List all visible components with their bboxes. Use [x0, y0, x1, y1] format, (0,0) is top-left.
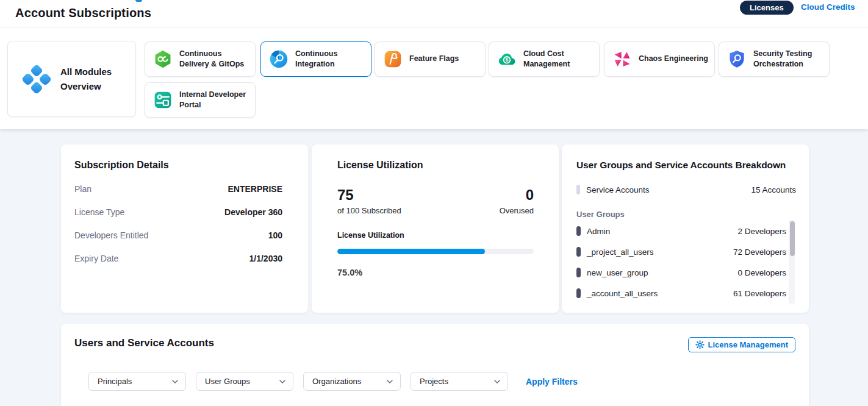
- group-marker: [576, 247, 581, 257]
- feature-flags-icon: [383, 49, 403, 69]
- group-marker: [576, 268, 581, 277]
- detail-row-plan: Plan ENTERPRISE: [74, 184, 282, 194]
- module-card-continuous-integration[interactable]: Continuous Integration: [260, 41, 371, 77]
- security-testing-icon: [727, 49, 747, 69]
- content-area: Subscription Details Plan ENTERPRISE Lic…: [0, 129, 868, 406]
- module-card-label: Feature Flags: [409, 54, 459, 65]
- group-row-project-all-users: _project_all_users 72 Developers: [576, 247, 796, 257]
- chevron-down-icon: [494, 380, 500, 383]
- overused-block: 0 Overused: [500, 187, 534, 215]
- module-card-chaos-engineering[interactable]: Chaos Engineering: [604, 41, 715, 77]
- all-modules-overview-label: All Modules Overview: [60, 65, 125, 93]
- group-row-admin: Admin 2 Developers: [576, 226, 796, 236]
- detail-row-developers-entitled: Developers Entitled 100: [74, 230, 282, 240]
- module-card-label: Internal Developer Portal: [179, 90, 250, 111]
- module-selector-strip: All Modules Overview Continuous Delivery…: [0, 27, 868, 129]
- module-card-cd-gitops[interactable]: Continuous Delivery & GitOps: [145, 41, 256, 77]
- module-card-label: Continuous Delivery & GitOps: [179, 49, 250, 70]
- module-card-label: Security Testing Orchestration: [753, 49, 824, 70]
- used-count: 75: [337, 187, 401, 203]
- service-accounts-row: Service Accounts 15 Accounts: [576, 185, 796, 194]
- module-card-cloud-cost[interactable]: $ Cloud Cost Management: [489, 41, 600, 77]
- page-title: Account Subscriptions: [15, 6, 151, 20]
- gear-icon: [695, 340, 705, 349]
- utilization-percent: 75.0%: [337, 268, 534, 277]
- module-card-label: Cloud Cost Management: [523, 49, 594, 70]
- module-card-label: Continuous Integration: [295, 49, 366, 70]
- detail-row-license-type: License Type Developer 360: [74, 207, 282, 217]
- license-management-button[interactable]: License Management: [688, 337, 796, 352]
- chaos-engineering-icon: [612, 49, 632, 69]
- chevron-down-icon: [387, 380, 393, 383]
- apply-filters-link[interactable]: Apply Filters: [526, 377, 578, 386]
- principals-filter-dropdown[interactable]: Principals: [88, 372, 186, 391]
- filters-row: Principals User Groups Organizations Pro…: [88, 372, 578, 391]
- cloud-credits-tab[interactable]: Cloud Credits: [801, 2, 855, 12]
- subscription-details-title: Subscription Details: [74, 160, 282, 171]
- clipped-element-fragment: [135, 0, 142, 2]
- licenses-tab[interactable]: Licenses: [740, 1, 794, 15]
- overused-caption: Overused: [500, 206, 534, 215]
- cd-gitops-icon: [153, 49, 173, 69]
- projects-filter-dropdown[interactable]: Projects: [411, 372, 508, 391]
- cloud-cost-icon: $: [497, 49, 517, 69]
- breakdown-card: User Groups and Service Accounts Breakdo…: [562, 144, 809, 313]
- group-marker: [576, 226, 581, 236]
- chevron-down-icon: [172, 380, 178, 383]
- used-caption: of 100 Subscribed: [337, 206, 401, 215]
- group-marker: [576, 288, 581, 298]
- svg-text:$: $: [506, 57, 509, 63]
- utilization-bar-label: License Utilization: [337, 231, 534, 240]
- overused-count: 0: [500, 187, 534, 203]
- utilization-bar-fill: [337, 249, 485, 254]
- subscription-details-card: Subscription Details Plan ENTERPRISE Lic…: [61, 144, 308, 313]
- page-header: Account Subscriptions Licenses Cloud Cre…: [0, 0, 868, 27]
- user-groups-heading: User Groups: [576, 210, 796, 219]
- module-card-security-testing[interactable]: Security Testing Orchestration: [719, 41, 830, 77]
- group-row-new-user-group: new_user_group 0 Developers: [576, 268, 796, 277]
- user-groups-filter-dropdown[interactable]: User Groups: [196, 372, 293, 391]
- detail-row-expiry-date: Expiry Date 1/1/2030: [74, 254, 282, 263]
- module-card-label: Chaos Engineering: [639, 54, 708, 65]
- continuous-integration-icon: [269, 49, 289, 69]
- users-and-service-accounts-card: Users and Service Accounts License Manag…: [61, 324, 809, 406]
- license-utilization-title: License Utilization: [337, 160, 534, 171]
- license-management-label: License Management: [708, 340, 789, 349]
- groups-scrollbar-thumb[interactable]: [790, 221, 795, 256]
- organizations-filter-dropdown[interactable]: Organizations: [303, 372, 401, 391]
- all-modules-logo-icon: [21, 63, 52, 95]
- utilization-numbers: 75 of 100 Subscribed 0 Overused: [337, 187, 534, 215]
- service-accounts-marker: [576, 185, 580, 194]
- utilization-bar-track: [337, 249, 534, 254]
- users-section-title: Users and Service Accounts: [74, 337, 214, 349]
- module-card-feature-flags[interactable]: Feature Flags: [375, 41, 486, 77]
- groups-scrollbar[interactable]: [789, 220, 795, 304]
- used-block: 75 of 100 Subscribed: [337, 187, 401, 215]
- internal-developer-portal-icon: [153, 90, 173, 110]
- group-row-account-all-users: _account_all_users 61 Developers: [576, 288, 796, 298]
- license-utilization-card: License Utilization 75 of 100 Subscribed…: [312, 144, 559, 313]
- module-card-internal-developer-portal[interactable]: Internal Developer Portal: [145, 82, 256, 118]
- breakdown-title: User Groups and Service Accounts Breakdo…: [576, 160, 796, 171]
- chevron-down-icon: [279, 380, 285, 383]
- all-modules-overview-card[interactable]: All Modules Overview: [7, 41, 136, 117]
